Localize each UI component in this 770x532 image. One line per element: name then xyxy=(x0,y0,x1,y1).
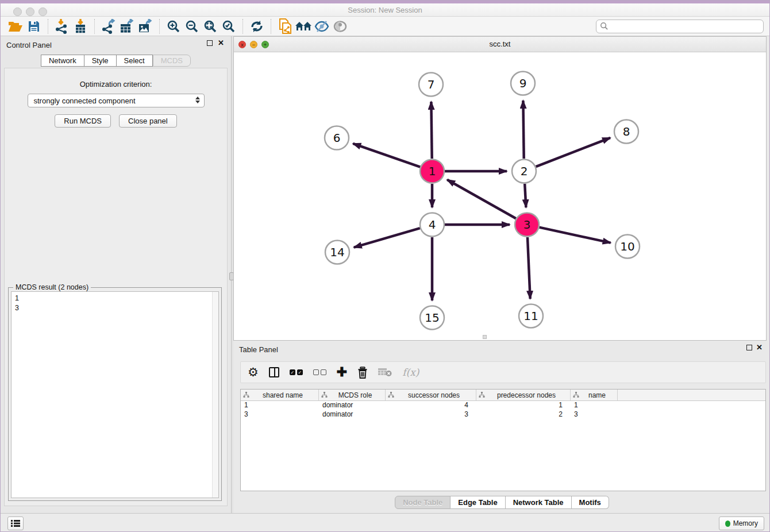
import-network-icon[interactable] xyxy=(53,18,71,35)
tab-node-table[interactable]: Node Table xyxy=(395,496,451,509)
edge-3-11[interactable] xyxy=(528,237,530,299)
graph-node-3[interactable]: 3 xyxy=(515,213,539,237)
table-panel: Table Panel ✕ ⚙ ✓✓ ✚ f(x) shared nameMCD… xyxy=(233,341,770,513)
table-cell[interactable]: 1 xyxy=(241,401,319,410)
edge-1-7[interactable] xyxy=(431,102,432,159)
table-cell[interactable]: 1 xyxy=(476,401,571,410)
select-all-columns-icon[interactable]: ✓✓ xyxy=(290,364,303,380)
svg-text:2: 2 xyxy=(521,164,528,178)
create-column-icon[interactable]: ✚ xyxy=(337,364,347,380)
graph-node-1[interactable]: 1 xyxy=(420,160,444,183)
sort-hierarchy-icon xyxy=(388,392,394,398)
tab-style[interactable]: Style xyxy=(84,55,117,67)
table-cell[interactable]: 4 xyxy=(386,401,476,410)
unselect-all-columns-icon[interactable] xyxy=(313,364,326,380)
network-window-titlebar[interactable]: x − + scc.txt xyxy=(234,37,766,52)
table-cell[interactable]: 3 xyxy=(386,410,476,419)
clone-network-icon[interactable] xyxy=(276,18,294,35)
show-columns-icon[interactable] xyxy=(269,364,279,380)
delete-column-icon[interactable] xyxy=(357,364,368,380)
tab-network[interactable]: Network xyxy=(41,55,84,67)
table-cell[interactable]: 1 xyxy=(571,401,618,410)
graph-node-6[interactable]: 6 xyxy=(325,126,349,150)
memory-button[interactable]: Memory xyxy=(719,516,764,530)
table-panel-title: Table Panel xyxy=(239,345,278,354)
zoom-in-icon[interactable] xyxy=(164,18,183,35)
delete-table-icon xyxy=(378,364,392,380)
svg-text:6: 6 xyxy=(333,131,341,145)
edge-3-10[interactable] xyxy=(539,228,610,243)
zoom-out-icon[interactable] xyxy=(183,18,201,35)
table-cell[interactable]: dominator xyxy=(319,401,386,410)
criterion-select[interactable]: strongly connected component xyxy=(28,94,205,107)
edge-4-14[interactable] xyxy=(354,228,420,247)
svg-text:7: 7 xyxy=(428,78,435,91)
open-session-icon[interactable] xyxy=(6,18,25,35)
tab-edge-table[interactable]: Edge Table xyxy=(451,496,505,509)
edge-2-8[interactable] xyxy=(536,138,611,167)
tab-mcds[interactable]: MCDS xyxy=(153,55,191,67)
zoom-fit-icon[interactable] xyxy=(201,18,220,35)
tab-select[interactable]: Select xyxy=(117,55,153,67)
mcds-panel: Optimization criterion: strongly connect… xyxy=(4,68,228,506)
control-panel-title: Control Panel xyxy=(6,41,52,49)
export-image-icon[interactable] xyxy=(136,18,155,35)
result-scrollbar[interactable] xyxy=(212,292,218,498)
export-network-icon[interactable] xyxy=(99,18,118,35)
mcds-result-line: 1 xyxy=(15,294,215,303)
table-cell[interactable]: 3 xyxy=(571,410,618,419)
table-cell[interactable]: 3 xyxy=(241,410,319,419)
tab-network-table[interactable]: Network Table xyxy=(506,496,572,509)
graph-node-9[interactable]: 9 xyxy=(511,72,535,95)
edge-3-1[interactable] xyxy=(447,180,516,218)
float-table-panel-icon[interactable] xyxy=(746,345,752,350)
network-graph[interactable]: 7968124314101511 xyxy=(234,52,766,340)
graph-node-15[interactable]: 15 xyxy=(420,306,444,330)
edge-2-3[interactable] xyxy=(525,184,526,207)
control-panel: Control Panel ✕ NetworkStyleSelectMCDS O… xyxy=(1,36,231,513)
table-row[interactable]: 3dominator323 xyxy=(241,410,765,419)
column-header-MCDS-role[interactable]: MCDS role xyxy=(319,390,386,400)
canvas-resize-handle-icon[interactable] xyxy=(483,335,487,339)
zoom-selected-icon[interactable] xyxy=(220,18,238,35)
graph-node-11[interactable]: 11 xyxy=(519,304,543,328)
first-neighbors-icon[interactable] xyxy=(294,18,313,35)
graph-node-14[interactable]: 14 xyxy=(325,241,349,264)
close-panel-button[interactable]: Close panel xyxy=(119,114,177,128)
column-header-shared-name[interactable]: shared name xyxy=(241,390,319,400)
column-header-successor-nodes[interactable]: successor nodes xyxy=(386,390,476,400)
run-mcds-button[interactable]: Run MCDS xyxy=(55,114,111,128)
table-settings-icon[interactable]: ⚙ xyxy=(248,364,259,380)
hide-selected-icon[interactable] xyxy=(313,18,331,35)
apply-layout-icon[interactable] xyxy=(248,18,266,35)
graph-node-8[interactable]: 8 xyxy=(614,120,638,144)
float-panel-icon[interactable] xyxy=(207,40,213,46)
task-history-button[interactable] xyxy=(7,516,24,530)
window-title: Session: New Session xyxy=(1,6,769,14)
close-table-panel-icon[interactable]: ✕ xyxy=(756,343,763,352)
export-table-icon[interactable] xyxy=(118,18,136,35)
sort-hierarchy-icon xyxy=(573,392,579,398)
graph-node-10[interactable]: 10 xyxy=(615,235,640,259)
save-session-icon[interactable] xyxy=(25,18,43,35)
main-toolbar xyxy=(1,17,769,36)
column-header-predecessor-nodes[interactable]: predecessor nodes xyxy=(476,390,571,400)
edge-1-6[interactable] xyxy=(353,144,420,167)
graph-node-2[interactable]: 2 xyxy=(512,160,536,183)
search-input[interactable] xyxy=(609,22,760,31)
graph-node-4[interactable]: 4 xyxy=(420,213,444,237)
graph-node-7[interactable]: 7 xyxy=(419,73,443,97)
node-table[interactable]: shared nameMCDS rolesuccessor nodesprede… xyxy=(240,389,766,491)
column-header-name[interactable]: name xyxy=(571,390,618,400)
table-cell[interactable]: 2 xyxy=(476,410,571,419)
table-cell[interactable]: dominator xyxy=(319,410,386,419)
edge-2-9[interactable] xyxy=(523,101,523,159)
table-row[interactable]: 1dominator411 xyxy=(241,401,765,410)
network-canvas[interactable]: 7968124314101511 xyxy=(234,52,766,340)
show-all-icon[interactable] xyxy=(331,18,349,35)
mcds-result-list[interactable]: 13 xyxy=(11,291,219,498)
close-panel-icon[interactable]: ✕ xyxy=(218,38,224,47)
search-field[interactable] xyxy=(596,20,764,33)
import-table-icon[interactable] xyxy=(71,18,90,35)
tab-motifs[interactable]: Motifs xyxy=(572,496,609,509)
